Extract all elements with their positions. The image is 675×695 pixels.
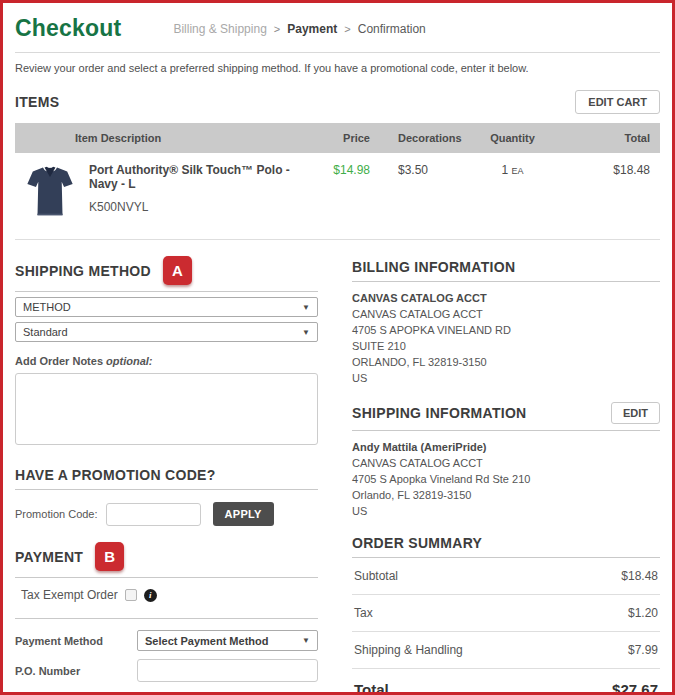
item-sku: K500NVYL bbox=[89, 200, 290, 214]
shipping-line: Orlando, FL 32819-3150 bbox=[352, 487, 660, 503]
edit-cart-button[interactable]: EDIT CART bbox=[575, 90, 660, 114]
shipping-service-select-value: Standard bbox=[23, 326, 68, 338]
tax-exempt-row: Tax Exempt Order i bbox=[15, 578, 318, 612]
breadcrumb-confirmation: Confirmation bbox=[358, 22, 426, 36]
breadcrumb-separator: > bbox=[274, 23, 280, 35]
billing-line: US bbox=[352, 370, 660, 386]
tax-exempt-label: Tax Exempt Order bbox=[21, 588, 118, 602]
intro-text: Review your order and select a preferred… bbox=[15, 53, 660, 84]
promotion-code-label: Promotion Code: bbox=[15, 508, 98, 520]
shipping-method-heading: SHIPPING METHOD bbox=[15, 263, 151, 279]
item-text: Port Authority® Silk Touch™ Polo - Navy … bbox=[89, 163, 290, 214]
item-name: Port Authority® Silk Touch™ Polo - Navy … bbox=[89, 163, 290, 191]
item-quantity: 1 EA bbox=[470, 163, 555, 219]
annotation-marker-b: B bbox=[95, 542, 124, 571]
summary-label: Tax bbox=[354, 606, 373, 620]
order-notes-textarea[interactable] bbox=[15, 373, 318, 445]
billing-line: CANVAS CATALOG ACCT bbox=[352, 306, 660, 322]
breadcrumb: Billing & Shipping > Payment > Confirmat… bbox=[173, 22, 425, 36]
item-decorations: $3.50 bbox=[370, 163, 470, 219]
product-image bbox=[25, 163, 75, 219]
shipping-line: CANVAS CATALOG ACCT bbox=[352, 455, 660, 471]
shipping-method-select-value: METHOD bbox=[23, 301, 71, 313]
info-icon[interactable]: i bbox=[144, 589, 157, 602]
table-row: Port Authority® Silk Touch™ Polo - Navy … bbox=[15, 153, 660, 240]
checkout-page: Checkout Billing & Shipping > Payment > … bbox=[0, 0, 675, 695]
breadcrumb-separator: > bbox=[344, 23, 350, 35]
promotion-row: Promotion Code: APPLY bbox=[15, 502, 318, 526]
section-divider bbox=[15, 489, 318, 490]
order-notes-optional: optional: bbox=[106, 355, 152, 367]
summary-value: $7.99 bbox=[628, 643, 658, 657]
summary-row-tax: Tax $1.20 bbox=[352, 595, 660, 632]
section-divider bbox=[15, 618, 318, 619]
summary-row-shipping: Shipping & Handling $7.99 bbox=[352, 632, 660, 669]
column-quantity: Quantity bbox=[470, 132, 555, 144]
item-price: $14.98 bbox=[290, 163, 370, 219]
po-number-label: P.O. Number bbox=[15, 665, 137, 677]
breadcrumb-payment: Payment bbox=[287, 22, 337, 36]
column-total: Total bbox=[555, 132, 650, 144]
chevron-down-icon: ▼ bbox=[302, 636, 310, 645]
column-decorations: Decorations bbox=[370, 132, 470, 144]
edit-shipping-button[interactable]: EDIT bbox=[611, 402, 660, 424]
breadcrumb-billing-shipping[interactable]: Billing & Shipping bbox=[173, 22, 266, 36]
promotion-code-input[interactable] bbox=[106, 503, 201, 526]
page-header: Checkout Billing & Shipping > Payment > … bbox=[15, 9, 660, 52]
item-total: $18.48 bbox=[555, 163, 650, 219]
shipping-service-select[interactable]: Standard ▼ bbox=[15, 322, 318, 342]
billing-address: CANVAS CATALOG ACCT CANVAS CATALOG ACCT … bbox=[352, 282, 660, 386]
left-column: SHIPPING METHOD A METHOD ▼ Standard ▼ Ad… bbox=[15, 256, 318, 695]
billing-info-heading: BILLING INFORMATION bbox=[352, 256, 660, 275]
payment-heading: PAYMENT bbox=[15, 549, 83, 565]
billing-line: ORLANDO, FL 32819-3150 bbox=[352, 354, 660, 370]
summary-label: Subtotal bbox=[354, 569, 398, 583]
po-number-row: P.O. Number bbox=[15, 659, 318, 682]
right-column: BILLING INFORMATION CANVAS CATALOG ACCT … bbox=[352, 256, 660, 695]
billing-name: CANVAS CATALOG ACCT bbox=[352, 290, 660, 306]
total-value: $27.67 bbox=[612, 681, 658, 695]
summary-row-subtotal: Subtotal $18.48 bbox=[352, 558, 660, 595]
summary-row-total: Total $27.67 bbox=[352, 669, 660, 695]
shipping-line: 4705 S Apopka Vineland Rd Ste 210 bbox=[352, 471, 660, 487]
column-price: Price bbox=[290, 132, 370, 144]
shipping-info-heading: SHIPPING INFORMATION bbox=[352, 405, 527, 421]
billing-line: SUITE 210 bbox=[352, 338, 660, 354]
payment-header: PAYMENT B bbox=[15, 542, 318, 571]
payment-method-label: Payment Method bbox=[15, 635, 137, 647]
summary-label: Shipping & Handling bbox=[354, 643, 463, 657]
items-table-header: Item Description Price Decorations Quant… bbox=[15, 123, 660, 153]
shipping-line: US bbox=[352, 503, 660, 519]
page-title: Checkout bbox=[15, 15, 121, 42]
column-item-description: Item Description bbox=[25, 132, 290, 144]
payment-method-select[interactable]: Select Payment Method ▼ bbox=[137, 630, 318, 651]
po-number-input[interactable] bbox=[137, 659, 318, 682]
order-summary-heading: ORDER SUMMARY bbox=[352, 535, 660, 551]
item-description-cell: Port Authority® Silk Touch™ Polo - Navy … bbox=[25, 163, 290, 219]
shipping-method-select[interactable]: METHOD ▼ bbox=[15, 297, 318, 317]
shipping-info-header: SHIPPING INFORMATION EDIT bbox=[352, 402, 660, 424]
chevron-down-icon: ▼ bbox=[302, 328, 310, 337]
tax-exempt-checkbox[interactable] bbox=[125, 589, 137, 601]
annotation-marker-a: A bbox=[163, 256, 192, 285]
shipping-method-header: SHIPPING METHOD A bbox=[15, 256, 318, 285]
item-quantity-unit: EA bbox=[512, 166, 524, 176]
items-heading: ITEMS bbox=[15, 94, 59, 110]
payment-method-row: Payment Method Select Payment Method ▼ bbox=[15, 630, 318, 651]
shipping-name: Andy Mattila (AmeriPride) bbox=[352, 439, 660, 455]
summary-value: $18.48 bbox=[621, 569, 658, 583]
apply-button[interactable]: APPLY bbox=[213, 502, 274, 526]
summary-value: $1.20 bbox=[628, 606, 658, 620]
items-section-header: ITEMS EDIT CART bbox=[15, 90, 660, 114]
promotion-heading: HAVE A PROMOTION CODE? bbox=[15, 467, 318, 483]
chevron-down-icon: ▼ bbox=[302, 303, 310, 312]
section-divider bbox=[15, 291, 318, 292]
billing-line: 4705 S APOPKA VINELAND RD bbox=[352, 322, 660, 338]
shipping-address: Andy Mattila (AmeriPride) CANVAS CATALOG… bbox=[352, 431, 660, 519]
order-notes-label: Add Order Notes optional: bbox=[15, 355, 318, 367]
total-label: Total bbox=[354, 681, 389, 695]
payment-method-select-value: Select Payment Method bbox=[145, 635, 268, 647]
